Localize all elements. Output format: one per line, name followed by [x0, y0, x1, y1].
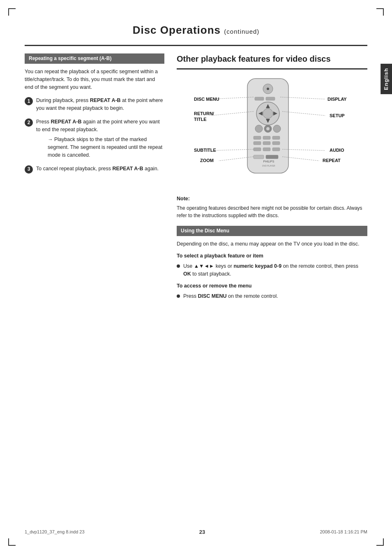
title-underline: [25, 45, 367, 46]
svg-rect-23: [272, 148, 280, 151]
repeat-section-header: Repeating a specific segment (A-B): [25, 53, 164, 64]
corner-tl: [8, 8, 16, 16]
svg-rect-20: [272, 141, 280, 145]
disc-menu-header: Using the Disc Menu: [177, 226, 367, 236]
other-playback-title: Other playback features for video discs: [177, 53, 367, 70]
step-3-bold: REPEAT A-B: [113, 166, 143, 172]
disc-menu-section: Using the Disc Menu Depending on the dis…: [177, 226, 367, 300]
note-title: Note:: [177, 195, 367, 203]
svg-rect-15: [254, 136, 261, 139]
corner-bl: [8, 538, 16, 546]
footer-file-info: 1_dvp1120_37_eng 8.indd 23: [25, 529, 85, 535]
audio-label: AUDIO: [330, 148, 344, 153]
svg-rect-3: [255, 97, 264, 100]
note-text: The operating features described here mi…: [177, 204, 367, 219]
svg-rect-21: [254, 148, 261, 151]
svg-point-2: [267, 88, 269, 90]
step-2-text: Press REPEAT A-B again at the point wher…: [36, 118, 164, 134]
svg-text:PHILIPS: PHILIPS: [263, 160, 274, 163]
page-number: 23: [199, 529, 205, 536]
select-feature-text: Use ▲▼◄► keys or numeric keypad 0-9 on t…: [183, 262, 367, 278]
corner-br: [376, 538, 384, 546]
subtitle-label: SUBTITLE: [194, 148, 216, 153]
select-feature-title: To select a playback feature or item: [177, 253, 367, 260]
access-menu-bullet: Press DISC MENU on the remote control.: [177, 292, 367, 300]
svg-rect-4: [266, 97, 275, 100]
display-label: DISPLAY: [327, 97, 347, 102]
disc-menu-intro: Depending on the disc, a menu may appear…: [177, 240, 367, 248]
step-1-number: 1: [25, 97, 33, 105]
svg-text:TITLE: TITLE: [194, 117, 207, 122]
step-3-number: 3: [25, 165, 33, 174]
english-tab: English: [380, 64, 392, 94]
access-menu-title: To access or remove the menu: [177, 283, 367, 290]
disc-menu-label: DISC MENU: [194, 97, 219, 102]
svg-rect-18: [254, 141, 261, 145]
access-menu-subsection: To access or remove the menu Press DISC …: [177, 283, 367, 300]
step-3: 3 To cancel repeat playback, press REPEA…: [25, 165, 164, 174]
step-1: 1 During playback, press REPEAT A-B at t…: [25, 97, 164, 112]
svg-rect-25: [266, 155, 278, 159]
return-title-label: RETURN/: [194, 111, 214, 116]
continued-text: (continued): [224, 28, 259, 35]
numeric-keypad-bold: numeric keypad 0-9: [233, 263, 281, 269]
svg-rect-17: [272, 136, 280, 139]
bullet-dot-2: [177, 294, 180, 298]
zoom-label: ZOOM: [200, 158, 214, 163]
svg-point-6: [263, 109, 273, 118]
remote-control-svg: PHILIPS DVD PLAYER: [177, 74, 367, 190]
corner-tr: [376, 8, 384, 16]
step-1-bold: REPEAT A-B: [90, 97, 121, 103]
svg-text:DVD PLAYER: DVD PLAYER: [262, 165, 275, 167]
page-title: Disc Operations (continued): [0, 0, 392, 45]
svg-rect-24: [254, 155, 264, 159]
playback-feature-subsection: To select a playback feature or item Use…: [177, 253, 367, 278]
step-2: 2 Press REPEAT A-B again at the point wh…: [25, 118, 164, 159]
step-2-arrow-note: Playback skips to the start of the marke…: [48, 136, 164, 159]
main-content: Repeating a specific segment (A-B) You c…: [25, 53, 367, 305]
svg-rect-22: [263, 148, 270, 151]
step-2-content: Press REPEAT A-B again at the point wher…: [36, 118, 164, 159]
disc-menu-bold: DISC MENU: [198, 293, 226, 299]
svg-rect-19: [263, 141, 270, 145]
svg-rect-16: [263, 136, 270, 139]
repeat-label: REPEAT: [323, 158, 341, 163]
step-2-bold: REPEAT A-B: [51, 119, 81, 125]
select-feature-bullet: Use ▲▼◄► keys or numeric keypad 0-9 on t…: [177, 262, 367, 278]
page-footer: 1_dvp1120_37_eng 8.indd 23 23 2008-01-18…: [25, 529, 367, 536]
left-column: Repeating a specific segment (A-B) You c…: [25, 53, 164, 305]
repeat-intro-text: You can repeat the playback of a specifi…: [25, 68, 164, 91]
footer-timestamp: 2008-01-18 1:16:21 PM: [320, 529, 367, 535]
remote-svg-container: PHILIPS DVD PLAYER: [177, 74, 367, 190]
remote-diagram: PHILIPS DVD PLAYER: [177, 74, 367, 190]
step-1-text: During playback, press REPEAT A-B at the…: [36, 97, 164, 112]
step-2-number: 2: [25, 118, 33, 127]
access-menu-text: Press DISC MENU on the remote control.: [183, 292, 278, 300]
title-text: Disc Operations: [133, 24, 221, 36]
svg-point-14: [266, 127, 270, 130]
ok-bold: OK: [183, 271, 191, 277]
setup-label: SETUP: [330, 113, 345, 118]
right-column: Other playback features for video discs: [177, 53, 367, 305]
step-3-text: To cancel repeat playback, press REPEAT …: [36, 165, 159, 173]
svg-point-11: [255, 125, 263, 132]
svg-point-13: [273, 125, 281, 132]
note-section: Note: The operating features described h…: [177, 195, 367, 219]
bullet-dot-1: [177, 264, 180, 268]
